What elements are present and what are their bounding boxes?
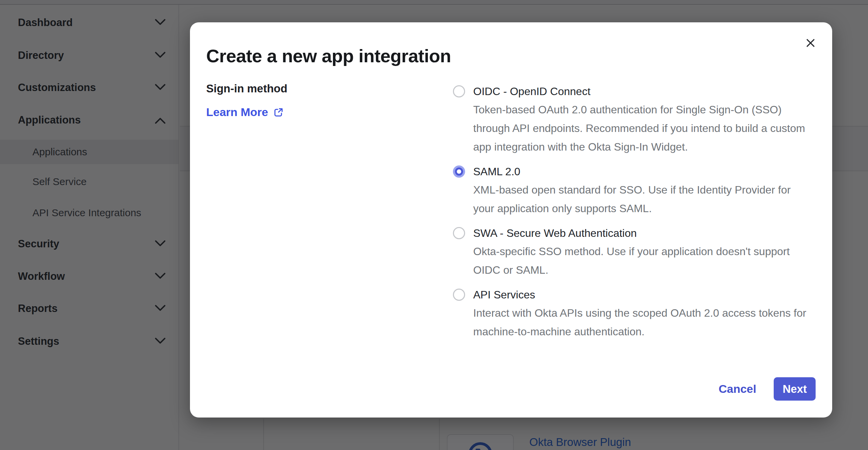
option-label[interactable]: API Services [473, 286, 806, 304]
option-description: Interact with Okta APIs using the scoped… [473, 304, 806, 341]
option-description: XML-based open standard for SSO. Use if … [473, 181, 791, 218]
option-label[interactable]: OIDC - OpenID Connect [473, 82, 805, 100]
option-label[interactable]: SAML 2.0 [473, 162, 791, 181]
learn-more-link[interactable]: Learn More [206, 106, 284, 119]
option-description: Token-based OAuth 2.0 authentication for… [473, 100, 805, 156]
close-icon[interactable] [804, 36, 817, 50]
external-link-icon [273, 107, 284, 117]
sign-in-method-label: Sign-in method [206, 82, 287, 95]
signin-option-oidc[interactable]: OIDC - OpenID Connect Token-based OAuth … [453, 82, 819, 156]
option-description: Okta-specific SSO method. Use if your ap… [473, 242, 790, 279]
radio-api-services[interactable] [453, 289, 465, 301]
dialog-footer: Cancel Next [719, 377, 816, 401]
radio-swa[interactable] [453, 227, 465, 239]
signin-option-saml[interactable]: SAML 2.0 XML-based open standard for SSO… [453, 162, 819, 218]
cancel-button[interactable]: Cancel [719, 382, 756, 396]
create-app-integration-dialog: Create a new app integration Sign-in met… [190, 22, 832, 418]
next-button[interactable]: Next [774, 377, 816, 401]
signin-option-api-services[interactable]: API Services Interact with Okta APIs usi… [453, 286, 819, 341]
learn-more-label: Learn More [206, 106, 268, 119]
radio-saml-selected[interactable] [453, 165, 465, 178]
signin-option-swa[interactable]: SWA - Secure Web Authentication Okta-spe… [453, 224, 819, 279]
radio-oidc[interactable] [453, 85, 465, 97]
sign-in-method-options: OIDC - OpenID Connect Token-based OAuth … [453, 82, 819, 347]
option-label[interactable]: SWA - Secure Web Authentication [473, 224, 790, 242]
dialog-title: Create a new app integration [206, 45, 451, 66]
